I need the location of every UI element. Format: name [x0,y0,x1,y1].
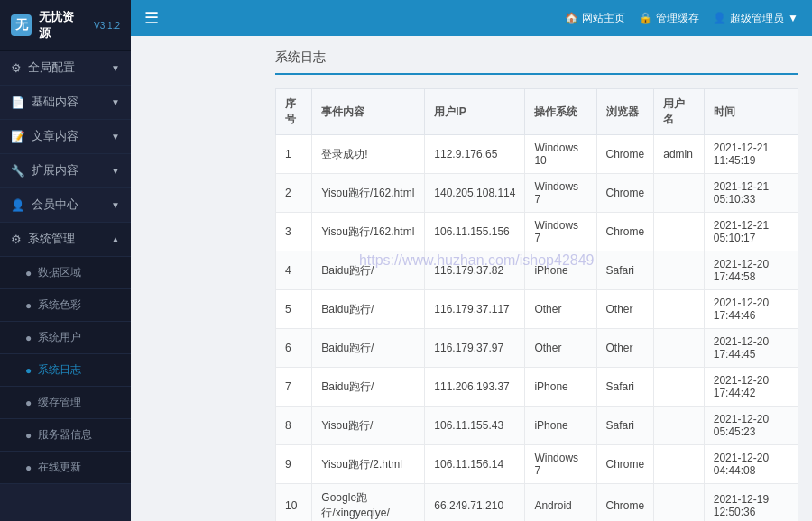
col-event: 事件内容 [312,89,425,135]
cell-2: 106.11.155.43 [425,407,525,445]
cell-5 [654,290,705,329]
chevron-down-icon: ▼ [111,200,120,210]
update-icon: ● [25,462,32,474]
sidebar-logo: 无 无忧资源 V3.1.2 [0,0,131,51]
topbar-website-link[interactable]: 🏠 网站主页 [565,11,625,26]
home-icon: 🏠 [565,12,578,24]
topbar-right: 🏠 网站主页 🔒 管理缓存 👤 超级管理员 ▼ [565,11,798,26]
cell-2: 106.11.155.156 [425,213,525,251]
cell-6: 2021-12-19 12:50:36 [704,484,798,522]
cell-2: 111.206.193.37 [425,368,525,407]
db-icon: ● [25,267,32,279]
sidebar-sub-xitongrizhi[interactable]: ● 系统日志 [0,354,131,387]
cell-6: 2021-12-21 05:10:17 [704,213,798,251]
sidebar-item-wenzhang-label: 文章内容 [32,129,78,144]
page-title-bar: 系统日志 [275,50,798,75]
sidebar-sub-xitonguser[interactable]: ● 系统用户 [0,322,131,354]
cell-6: 2021-12-20 17:44:58 [704,251,798,290]
cell-0: 2 [276,174,312,213]
sidebar-item-huiyuan-label: 会员中心 [32,197,78,213]
cell-2: 116.179.37.82 [425,251,525,290]
cell-0: 9 [276,445,312,484]
table-header-row: 序号 事件内容 用户IP 操作系统 浏览器 用户名 时间 [276,89,798,135]
sidebar-sub-xitonguser-label: 系统用户 [38,330,81,345]
table-body: 1登录成功!112.9.176.65Windows 10Chromeadmin2… [276,135,798,522]
cell-4: Chrome [596,445,654,484]
sidebar-item-kuozhan-label: 扩展内容 [32,163,78,178]
chevron-down-icon: ▼ [111,132,120,142]
sidebar-item-huiyuan[interactable]: 👤 会员中心 ▼ [0,188,131,223]
cache-icon: ● [25,397,32,409]
cell-5 [654,251,705,290]
sidebar-sub-fuwuqi-label: 服务器信息 [38,427,92,443]
huiyuan-icon: 👤 [11,198,25,212]
table-row: 1登录成功!112.9.176.65Windows 10Chromeadmin2… [276,135,798,174]
cell-1: 登录成功! [312,135,425,174]
quanju-icon: ⚙ [11,61,22,75]
cell-0: 7 [276,368,312,407]
sidebar-item-jiben[interactable]: 📄 基础内容 ▼ [0,86,131,120]
app-version: V3.1.2 [94,21,120,31]
cell-3: iPhone [525,407,596,445]
sidebar-item-kuozhan[interactable]: 🔧 扩展内容 ▼ [0,154,131,188]
color-icon: ● [25,299,32,312]
cell-4: Chrome [596,213,654,251]
cell-4: Other [596,290,654,329]
cell-6: 2021-12-20 04:44:08 [704,445,798,484]
chevron-down-icon: ▼ [111,166,120,176]
cell-5 [654,329,705,368]
sidebar-item-jiben-label: 基础内容 [32,95,78,110]
sidebar-item-xitong[interactable]: ⚙ 系统管理 ▲ [0,223,131,257]
topbar-cache-label: 管理缓存 [656,11,699,26]
sidebar-sub-xitongse[interactable]: ● 系统色彩 [0,289,131,322]
cell-3: Other [525,290,596,329]
sidebar-item-xitong-label: 系统管理 [28,232,75,247]
sidebar-sub-huancun[interactable]: ● 缓存管理 [0,387,131,419]
sidebar-item-quanju[interactable]: ⚙ 全局配置 ▼ [0,51,131,86]
topbar-cache-link[interactable]: 🔒 管理缓存 [639,11,699,26]
cell-1: Yisou跑行/162.html [312,213,425,251]
cell-3: Windows 10 [525,135,596,174]
logo-icon: 无 [11,14,32,36]
cell-6: 2021-12-20 17:44:45 [704,329,798,368]
cell-4: Chrome [596,174,654,213]
logo-text: 无忧资源 [39,9,85,41]
col-user: 用户名 [654,89,705,135]
cache-clear-icon: 🔒 [639,12,652,24]
col-time: 时间 [704,89,798,135]
cell-4: Other [596,329,654,368]
user-icon: ● [25,332,32,344]
cell-0: 5 [276,290,312,329]
topbar-left: ☰ [144,8,159,28]
table-header: 序号 事件内容 用户IP 操作系统 浏览器 用户名 时间 [276,89,798,135]
table-row: 3Yisou跑行/162.html106.11.155.156Windows 7… [276,213,798,251]
server-icon: ● [25,429,32,442]
main-content: 系统日志 序号 事件内容 用户IP 操作系统 浏览器 用户名 时间 1登录成功!… [262,36,812,521]
sidebar-sub-gengxin[interactable]: ● 在线更新 [0,452,131,484]
sidebar-sub-gengxin-label: 在线更新 [38,460,81,475]
cell-6: 2021-12-20 17:44:46 [704,290,798,329]
sidebar-sub-fuwuqi[interactable]: ● 服务器信息 [0,419,131,452]
cell-1: Baidu跑行/ [312,290,425,329]
table-row: 8Yisou跑行/106.11.155.43iPhoneSafari2021-1… [276,407,798,445]
topbar-user-menu[interactable]: 👤 超级管理员 ▼ [713,11,798,26]
cell-0: 3 [276,213,312,251]
cell-2: 116.179.37.117 [425,290,525,329]
cell-3: iPhone [525,251,596,290]
log-table: 序号 事件内容 用户IP 操作系统 浏览器 用户名 时间 1登录成功!112.9… [275,88,798,521]
cell-4: Chrome [596,484,654,522]
hamburger-menu-icon[interactable]: ☰ [144,8,159,28]
cell-2: 140.205.108.114 [425,174,525,213]
cell-3: Windows 7 [525,213,596,251]
cell-0: 6 [276,329,312,368]
sidebar-sub-shujuku[interactable]: ● 数据区域 [0,257,131,289]
table-row: 4Baidu跑行/116.179.37.82iPhoneSafari2021-1… [276,251,798,290]
cell-4: Chrome [596,135,654,174]
sidebar-item-wenzhang[interactable]: 📝 文章内容 ▼ [0,120,131,154]
table-row: 2Yisou跑行/162.html140.205.108.114Windows … [276,174,798,213]
cell-1: Baidu跑行/ [312,368,425,407]
cell-1: Google跑行/xingyeqiye/ [312,484,425,522]
cell-0: 8 [276,407,312,445]
kuozhan-icon: 🔧 [11,164,25,178]
sidebar-sub-xitongse-label: 系统色彩 [38,297,81,313]
